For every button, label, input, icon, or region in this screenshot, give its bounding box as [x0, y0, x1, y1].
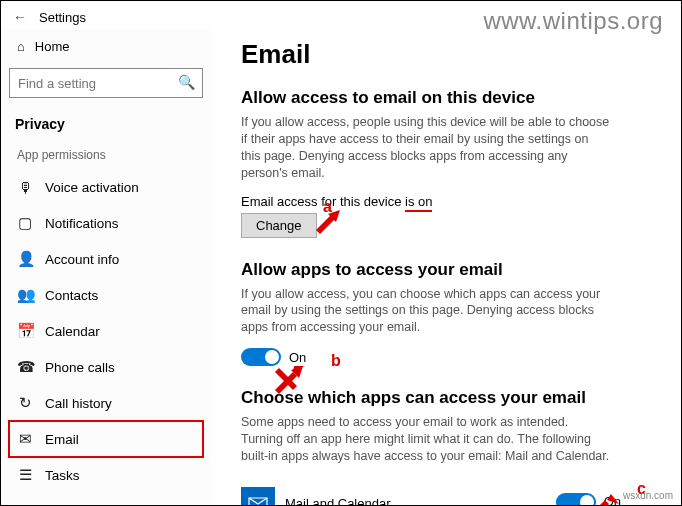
group-label: App permissions: [9, 142, 203, 170]
home-label: Home: [35, 39, 70, 54]
status-value: is on: [405, 194, 432, 212]
app-access-toggle[interactable]: [241, 348, 281, 366]
section-description: If you allow access, people using this d…: [241, 114, 611, 182]
sidebar-item-call-history[interactable]: ↻ Call history: [9, 385, 203, 421]
page-title: Email: [241, 39, 657, 70]
person-icon: 👤: [17, 250, 33, 268]
sidebar-item-label: Voice activation: [45, 180, 139, 195]
section-choose-apps: Choose which apps can access your email …: [241, 388, 657, 505]
status-prefix: Email access for this device: [241, 194, 405, 209]
sidebar: ⌂ Home 🔍 Privacy App permissions 🎙 Voice…: [1, 29, 211, 505]
sidebar-item-label: Call history: [45, 396, 112, 411]
home-link[interactable]: ⌂ Home: [9, 33, 203, 60]
app-name: Mail and Calendar: [285, 496, 391, 505]
sidebar-item-voice-activation[interactable]: 🎙 Voice activation: [9, 170, 203, 205]
tasks-icon: ☰: [17, 466, 33, 484]
svg-marker-0: [316, 212, 338, 234]
source-credit: wsxdn.com: [623, 490, 673, 501]
svg-marker-3: [291, 366, 303, 378]
bell-icon: ▢: [17, 214, 33, 232]
mail-app-icon: [241, 487, 275, 505]
history-icon: ↻: [17, 394, 33, 412]
sidebar-item-label: Calendar: [45, 324, 100, 339]
sidebar-item-label: Account info: [45, 252, 119, 267]
app-row: Mail and Calendar On: [241, 477, 621, 505]
home-icon: ⌂: [17, 39, 25, 54]
phone-icon: ☎: [17, 358, 33, 376]
toggle-label: On: [604, 494, 621, 505]
sidebar-item-contacts[interactable]: 👥 Contacts: [9, 277, 203, 313]
sidebar-item-label: Notifications: [45, 216, 119, 231]
back-icon[interactable]: ←: [13, 9, 27, 25]
sidebar-item-label: Phone calls: [45, 360, 115, 375]
svg-marker-4: [275, 368, 297, 390]
contacts-icon: 👥: [17, 286, 33, 304]
search-input[interactable]: [9, 68, 203, 98]
sidebar-item-label: Contacts: [45, 288, 98, 303]
section-heading: Allow access to email on this device: [241, 88, 657, 108]
sidebar-item-account-info[interactable]: 👤 Account info: [9, 241, 203, 277]
main-content: Email Allow access to email on this devi…: [211, 29, 681, 505]
device-access-status: Email access for this device is on: [241, 194, 657, 209]
sidebar-item-phone-calls[interactable]: ☎ Phone calls: [9, 349, 203, 385]
change-button[interactable]: Change: [241, 213, 317, 238]
section-device-access: Allow access to email on this device If …: [241, 88, 657, 238]
sidebar-item-label: Email: [45, 432, 79, 447]
category-label: Privacy: [9, 112, 203, 142]
window-title: Settings: [39, 10, 86, 25]
mail-icon: ✉: [17, 430, 33, 448]
section-description: Some apps need to access your email to w…: [241, 414, 611, 465]
calendar-icon: 📅: [17, 322, 33, 340]
search-box[interactable]: 🔍: [9, 68, 203, 98]
section-heading: Choose which apps can access your email: [241, 388, 657, 408]
app-toggle[interactable]: [556, 493, 596, 505]
sidebar-item-notifications[interactable]: ▢ Notifications: [9, 205, 203, 241]
sidebar-item-calendar[interactable]: 📅 Calendar: [9, 313, 203, 349]
sidebar-item-tasks[interactable]: ☰ Tasks: [9, 457, 203, 493]
watermark-text: www.wintips.org: [483, 7, 663, 35]
sidebar-item-label: Tasks: [45, 468, 80, 483]
section-description: If you allow access, you can choose whic…: [241, 286, 611, 337]
section-app-access: Allow apps to access your email If you a…: [241, 260, 657, 367]
svg-marker-1: [328, 210, 340, 222]
toggle-label: On: [289, 350, 306, 365]
section-heading: Allow apps to access your email: [241, 260, 657, 280]
search-icon: 🔍: [178, 74, 195, 90]
mic-icon: 🎙: [17, 179, 33, 196]
sidebar-item-email[interactable]: ✉ Email: [9, 421, 203, 457]
